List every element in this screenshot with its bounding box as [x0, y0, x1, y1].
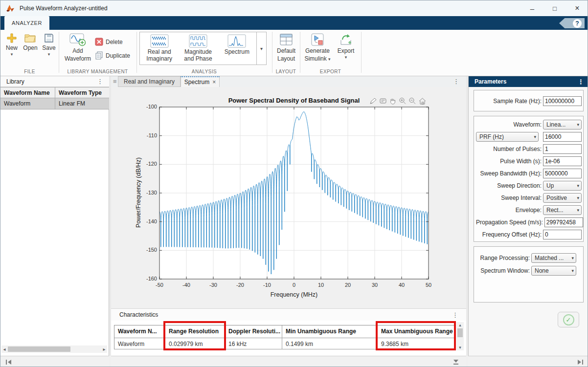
- status-bar-left: [0, 356, 109, 367]
- save-dropdown-icon[interactable]: ▾: [48, 52, 50, 57]
- frequency-offset-input[interactable]: [543, 230, 582, 239]
- new-label: New: [6, 44, 18, 51]
- characteristics-panel: Waveform N...Range ResolutionDoppler Res…: [111, 321, 466, 356]
- home-icon[interactable]: [418, 97, 427, 105]
- sample-rate-input[interactable]: [543, 96, 582, 106]
- add-waveform-button[interactable]: Add Waveform: [63, 33, 92, 63]
- default-layout-label2: Layout: [277, 55, 295, 62]
- sweep-direction-label: Sweep Direction:: [476, 182, 542, 189]
- edit-plot-icon[interactable]: [369, 97, 378, 105]
- characteristics-cell: 0.029979 km: [165, 338, 225, 349]
- divider: [361, 32, 362, 73]
- x-tick-label: 10: [314, 282, 328, 288]
- prf-input[interactable]: [543, 132, 582, 142]
- scroll-right-icon[interactable]: ▸: [101, 346, 107, 352]
- zoom-out-icon[interactable]: [408, 97, 417, 105]
- close-tab-icon[interactable]: ×: [212, 79, 216, 86]
- y-tick-label: -110: [138, 132, 157, 138]
- plot-toolbar: [369, 97, 427, 105]
- parameters-panel-header: Parameters ⋮: [469, 76, 588, 87]
- library-horizontal-scrollbar[interactable]: ◂ ▸: [1, 345, 107, 353]
- datatip-icon[interactable]: [379, 97, 387, 105]
- duplicate-button[interactable]: Duplicate: [95, 51, 130, 60]
- tab-spectrum[interactable]: Spectrum ×: [181, 76, 220, 87]
- library-cell-name[interactable]: Waveform: [0, 98, 55, 109]
- range-processing-dropdown[interactable]: Matched ... ▾: [531, 253, 576, 263]
- export-button[interactable]: Export ▾: [335, 33, 357, 60]
- real-and-imaginary-button[interactable]: Real and Imaginary: [140, 32, 179, 65]
- y-tick-label: -120: [138, 161, 157, 167]
- export-dropdown-icon[interactable]: ▾: [345, 55, 347, 60]
- sample-rate-group: Sample Rate (Hz):: [474, 90, 584, 111]
- sweep-interval-label: Sweep Interval:: [476, 194, 542, 201]
- psd-plot-canvas[interactable]: [111, 87, 466, 308]
- zoom-in-icon[interactable]: [399, 97, 407, 105]
- y-tick-label: -150: [138, 247, 157, 253]
- minimize-button[interactable]: –: [521, 0, 543, 16]
- help-button[interactable]: ?: [573, 19, 582, 28]
- magnitude-and-phase-button[interactable]: Magnitude and Phase: [179, 32, 217, 65]
- dropdown-caret-icon: ▾: [571, 268, 574, 273]
- pulse-width-input[interactable]: [543, 156, 582, 166]
- figures-menu-icon[interactable]: ⋮: [453, 78, 459, 85]
- prf-mode-dropdown[interactable]: PRF (Hz) ▾: [476, 132, 539, 142]
- new-icon: [6, 33, 17, 43]
- sweep-bandwidth-input[interactable]: [543, 169, 582, 178]
- scroll-left-icon[interactable]: ◂: [1, 346, 7, 352]
- envelope-dropdown[interactable]: Rect... ▾: [543, 205, 582, 215]
- maximize-button[interactable]: □: [543, 0, 566, 16]
- scrollbar-thumb[interactable]: [457, 328, 463, 337]
- generate-simulink-dropdown-icon[interactable]: ▾: [328, 57, 331, 62]
- real-and-imaginary-icon: [150, 34, 169, 48]
- generate-simulink-button[interactable]: Generate Simulink ▾: [303, 33, 332, 63]
- tab-real-and-imaginary[interactable]: Real and Imaginary: [118, 76, 181, 87]
- delete-button[interactable]: Delete: [95, 38, 123, 46]
- collapse-left-icon[interactable]: [5, 359, 12, 365]
- close-button[interactable]: ×: [566, 0, 588, 16]
- characteristics-header-row: Waveform N...Range ResolutionDoppler Res…: [114, 325, 455, 338]
- tab-analyzer[interactable]: ANALYZER: [4, 16, 49, 30]
- ribbon-toolbar: New ▾ Open Save ▾ FILE Add Waveform: [0, 30, 588, 76]
- gallery-dropdown-button[interactable]: ▾: [257, 32, 267, 65]
- library-header-row: Waveform Name Waveform Type: [0, 87, 109, 98]
- x-tick-label: -20: [233, 282, 248, 288]
- library-row-waveform[interactable]: Waveform Linear FM: [0, 98, 109, 109]
- collapse-right-icon[interactable]: [577, 359, 584, 365]
- characteristics-vertical-scrollbar[interactable]: ▴ ▾: [456, 322, 464, 350]
- apply-button[interactable]: ✓: [558, 312, 579, 327]
- library-table: Waveform Name Waveform Type Waveform Lin…: [0, 87, 109, 109]
- characteristics-menu-icon[interactable]: ⋮: [452, 311, 458, 319]
- default-layout-button[interactable]: Default Layout: [273, 33, 299, 63]
- real-and-imaginary-label: Real and Imaginary: [140, 48, 179, 63]
- tab-drag-handle-icon[interactable]: ≡: [113, 78, 117, 85]
- save-button[interactable]: Save ▾: [41, 33, 57, 57]
- new-dropdown-icon[interactable]: ▾: [11, 52, 13, 57]
- scrollbar-thumb[interactable]: [8, 346, 70, 352]
- spectrum-window-dropdown[interactable]: None ▾: [531, 266, 576, 276]
- x-tick-label: -50: [152, 282, 167, 288]
- new-button[interactable]: New ▾: [3, 33, 20, 57]
- library-cell-type[interactable]: Linear FM: [55, 98, 109, 109]
- propagation-speed-input[interactable]: [544, 217, 583, 227]
- dropdown-caret-icon: ▾: [577, 122, 579, 127]
- parameters-menu-icon[interactable]: ⋮: [578, 78, 584, 86]
- collapse-down-icon[interactable]: [452, 359, 459, 365]
- check-icon: ✓: [563, 314, 574, 325]
- sweep-direction-dropdown[interactable]: Up ▾: [543, 181, 582, 191]
- spectrum-button[interactable]: Spectrum: [218, 32, 256, 65]
- pan-icon[interactable]: [389, 97, 397, 105]
- characteristics-data-row[interactable]: Waveform0.029979 km16 kHz0.1499 km9.3685…: [114, 338, 455, 349]
- range-processing-label: Range Processing:: [476, 255, 530, 261]
- scroll-up-icon[interactable]: ▴: [459, 322, 461, 328]
- scroll-down-icon[interactable]: ▾: [459, 345, 461, 350]
- library-menu-icon[interactable]: ⋮: [97, 78, 103, 85]
- open-icon: [24, 33, 36, 43]
- divider: [59, 32, 59, 73]
- open-button[interactable]: Open: [22, 33, 39, 51]
- characteristics-column-header: Range Resolution: [165, 325, 225, 338]
- library-management-section-label: LIBRARY MANAGEMENT: [59, 69, 136, 74]
- sweep-interval-dropdown[interactable]: Positive ▾: [543, 193, 582, 203]
- waveform-dropdown[interactable]: Linea... ▾: [543, 120, 582, 130]
- number-of-pulses-input[interactable]: [543, 144, 582, 154]
- generate-simulink-label2: Simulink: [304, 55, 326, 62]
